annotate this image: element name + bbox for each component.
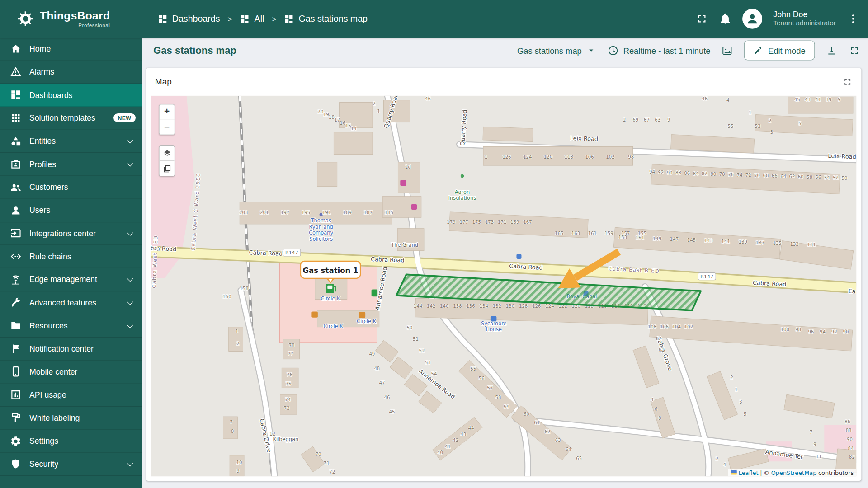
home-icon xyxy=(10,43,22,55)
edit-mode-button[interactable]: Edit mode xyxy=(744,40,815,60)
osm-link[interactable]: OpenStreetMap xyxy=(771,469,817,476)
profiles-icon xyxy=(10,159,22,170)
fullscreen-icon[interactable] xyxy=(696,13,708,25)
widget-expand-icon[interactable] xyxy=(843,77,853,87)
user-info[interactable]: John Doe Tenant administrator xyxy=(773,9,836,28)
dashboard-selector-value: Gas stations map xyxy=(517,46,582,55)
sidebar-item-mobile-center[interactable]: Mobile center xyxy=(0,361,142,384)
brand-logo[interactable]: ThingsBoard Professional xyxy=(0,10,142,28)
map-label: 92 xyxy=(658,170,664,175)
thingsboard-logo-icon xyxy=(17,10,34,28)
map-label: 191 xyxy=(322,210,331,215)
sidebar-item-home[interactable]: Home xyxy=(0,38,142,61)
leaflet-map[interactable]: Royal Canal xyxy=(151,96,856,476)
map-label: 50 xyxy=(407,325,413,330)
map-label: 4 xyxy=(651,397,653,402)
map-label: 65 xyxy=(576,456,582,461)
sidebar-item-alarms[interactable]: Alarms xyxy=(0,61,142,84)
main-content: Gas stations map Gas stations map Realti… xyxy=(142,38,868,488)
sidebar-item-settings[interactable]: Settings xyxy=(0,430,142,453)
map-label: 43 xyxy=(805,97,811,102)
map-label: 73 xyxy=(284,406,290,411)
sidebar-item-label: API usage xyxy=(29,390,66,399)
sidebar-item-security[interactable]: Security xyxy=(0,453,142,476)
map-label: 185 xyxy=(385,210,393,215)
map-label: 70 xyxy=(316,452,321,457)
sidebar-item-api-usage[interactable]: API usage xyxy=(0,384,142,407)
map-label: 169 xyxy=(510,220,519,225)
sidebar-item-entities[interactable]: Entities xyxy=(0,130,142,153)
sidebar-item-notification-center[interactable]: Notification center xyxy=(0,338,142,361)
sidebar-item-edge-management[interactable]: Edge management xyxy=(0,268,142,291)
map-label: 46 xyxy=(702,96,708,101)
entities-icon xyxy=(10,136,22,147)
app: ThingsBoard Professional Dashboards>All>… xyxy=(0,0,868,488)
map-label: 86 xyxy=(684,171,690,176)
notifications-bell-icon[interactable] xyxy=(719,13,731,25)
zoom-out-button[interactable]: − xyxy=(160,119,175,134)
sidebar-item-integrations-center[interactable]: Integrations center xyxy=(0,222,142,245)
map-label: 68 xyxy=(763,173,769,178)
map-label: 100 xyxy=(781,327,789,332)
map-label: 50 xyxy=(842,176,848,181)
map-label: 128 xyxy=(519,304,528,309)
rule-chains-icon xyxy=(10,251,22,263)
map-label: 195 xyxy=(302,210,310,215)
timewindow-button[interactable]: Realtime - last 1 minute xyxy=(607,45,710,56)
map-label: 197 xyxy=(281,210,289,215)
map-label: 98 xyxy=(795,327,801,332)
map-label: 106 xyxy=(585,155,594,160)
zoom-in-button[interactable]: + xyxy=(160,104,175,119)
map-label: R147 xyxy=(285,250,298,256)
map-label: 48 xyxy=(374,366,380,371)
resources-icon xyxy=(10,320,22,332)
sidebar-item-rule-chains[interactable]: Rule chains xyxy=(0,245,142,268)
map[interactable]: Royal Canal xyxy=(151,96,856,476)
map-pages-button[interactable] xyxy=(160,161,175,176)
map-label: 167 xyxy=(523,220,532,225)
map-label: 141 xyxy=(722,239,730,244)
sidebar-item-solution-templates[interactable]: Solution templatesNEW xyxy=(0,107,142,130)
map-label: 135 xyxy=(773,241,781,246)
map-label: 11 xyxy=(816,454,822,459)
map-label: 51 xyxy=(413,337,419,342)
toolbar-fullscreen-icon[interactable] xyxy=(849,45,860,56)
parcel-locker-icon xyxy=(311,311,317,317)
dashboard-toolbar: Gas stations map Gas stations map Realti… xyxy=(142,38,868,63)
map-label: 56 xyxy=(479,376,485,381)
widget-title: Map xyxy=(155,77,172,87)
sidebar-item-users[interactable]: Users xyxy=(0,199,142,222)
map-label: 49 xyxy=(369,352,375,357)
dashboard-selector[interactable]: Gas stations map xyxy=(517,45,596,55)
users-icon xyxy=(10,205,22,216)
map-label: 5 xyxy=(744,412,746,417)
kebab-menu-icon[interactable] xyxy=(847,13,859,25)
map-label: 102 xyxy=(684,324,693,329)
sidebar-item-resources[interactable]: Resources xyxy=(0,314,142,338)
map-label: 165 xyxy=(555,231,563,236)
leaflet-link[interactable]: Leaflet xyxy=(739,469,759,476)
map-label: 124 xyxy=(545,304,554,309)
sidebar-item-label: Users xyxy=(29,206,50,215)
map-label: 153 xyxy=(618,235,627,240)
breadcrumb-all[interactable]: All xyxy=(240,14,264,24)
map-attribution: Leaflet | © OpenStreetMap contributors xyxy=(728,469,856,476)
breadcrumb-gas-stations-map[interactable]: Gas stations map xyxy=(284,14,368,24)
map-layers-button[interactable] xyxy=(160,146,175,161)
image-export-icon[interactable] xyxy=(722,45,733,56)
customers-icon xyxy=(10,182,22,193)
breadcrumb-dashboards[interactable]: Dashboards xyxy=(158,14,220,24)
map-label: 71 xyxy=(324,461,330,466)
sidebar-item-profiles[interactable]: Profiles xyxy=(0,153,142,176)
sidebar-item-white-labeling[interactable]: White labeling xyxy=(0,407,142,430)
avatar[interactable] xyxy=(742,9,762,29)
white-labeling-icon xyxy=(10,412,22,424)
shop-icon xyxy=(411,204,417,210)
sidebar-item-advanced-features[interactable]: Advanced features xyxy=(0,291,142,314)
map-label: 144 xyxy=(414,304,422,309)
sidebar-item-customers[interactable]: Customers xyxy=(0,176,142,199)
map-label: 54 xyxy=(824,175,830,180)
sidebar-item-dashboards[interactable]: Dashboards xyxy=(0,84,142,107)
download-icon[interactable] xyxy=(826,45,838,56)
advanced-icon xyxy=(10,297,22,309)
